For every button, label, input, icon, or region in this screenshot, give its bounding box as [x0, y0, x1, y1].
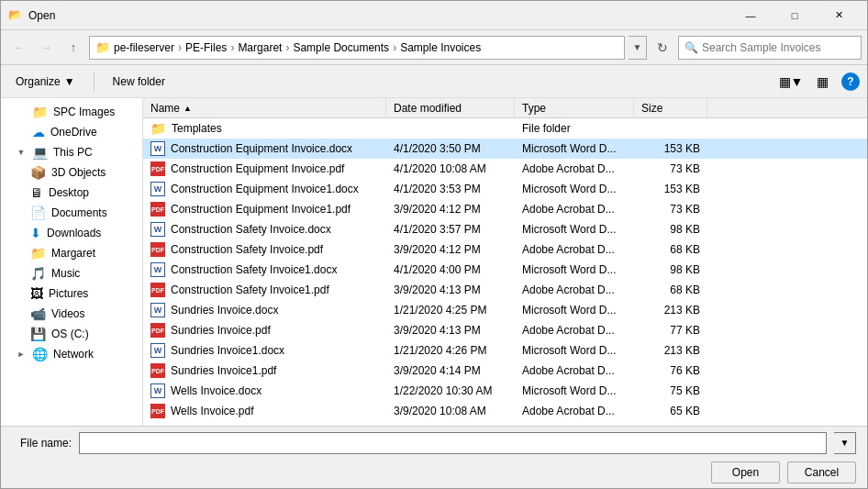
file-type-cell: Adobe Acrobat D...	[515, 239, 634, 260]
table-row[interactable]: W Sundries Invoice.docx 1/21/2020 4:25 P…	[143, 300, 867, 320]
table-row[interactable]: W Wells Invoice.docx 1/22/2020 10:30 AM …	[143, 381, 867, 401]
minimize-button[interactable]: —	[729, 1, 772, 30]
file-name: Wells Invoice.docx	[171, 384, 262, 397]
up-button[interactable]: ↑	[61, 36, 85, 60]
col-header-size[interactable]: Size	[634, 98, 707, 118]
file-type-cell: Microsoft Word D...	[515, 340, 634, 361]
sidebar-item-spc-images[interactable]: 📁 SPC Images	[1, 102, 142, 122]
file-name: Construction Safety Invoice1.pdf	[171, 283, 329, 296]
table-row[interactable]: W Construction Safety Invoice.docx 4/1/2…	[143, 219, 867, 239]
path-dropdown[interactable]: ▼	[629, 36, 647, 60]
path-part-2: PE-Files	[185, 41, 227, 54]
table-row[interactable]: W Construction Safety Invoice1.docx 4/1/…	[143, 260, 867, 280]
table-row[interactable]: 📁 Templates File folder	[143, 118, 867, 139]
file-size-cell: 76 KB	[634, 361, 707, 381]
folder-icon: 🖥	[30, 185, 43, 200]
file-name: Wells Invoice.pdf	[171, 405, 254, 417]
expand-icon	[16, 106, 27, 117]
sidebar-item-this-pc[interactable]: ▼ 💻 This PC	[1, 142, 142, 162]
file-rows: 📁 Templates File folder W Construction E…	[143, 118, 867, 426]
table-row[interactable]: W Construction Equipment Invoice1.docx 4…	[143, 179, 867, 199]
view-options-button[interactable]: ▦▼	[779, 70, 803, 94]
sidebar-item-os-c[interactable]: 💾 OS (C:)	[1, 324, 142, 344]
new-folder-label: New folder	[113, 75, 165, 88]
back-button[interactable]: ←	[6, 36, 30, 60]
file-type-cell: Microsoft Word D...	[515, 260, 634, 280]
bottom-area: File name: ▼ Open Cancel	[1, 426, 867, 488]
file-type-cell: Adobe Acrobat D...	[515, 199, 634, 219]
pdf-icon: PDF	[150, 363, 165, 378]
sidebar-label: This PC	[53, 146, 93, 159]
address-path-box[interactable]: 📁 pe-fileserver › PE-Files › Margaret › …	[89, 36, 625, 60]
file-type-cell: Adobe Acrobat D...	[515, 401, 634, 421]
file-date-cell: 3/9/2020 10:08 AM	[386, 401, 515, 421]
open-dialog: 📂 Open — □ ✕ ← → ↑ 📁 pe-fileserver › PE-…	[0, 0, 868, 489]
toolbar: Organize ▼ New folder ▦▼ ▦ ?	[1, 65, 867, 98]
folder-icon: 📁	[30, 246, 46, 261]
network-icon: 🌐	[32, 347, 48, 361]
table-row[interactable]: PDF Wells Invoice.pdf 3/9/2020 10:08 AM …	[143, 401, 867, 421]
sidebar-item-pictures[interactable]: 🖼 Pictures	[1, 283, 142, 304]
file-name: Sundries Invoice1.docx	[171, 344, 284, 357]
sidebar-item-margaret[interactable]: 📁 Margaret	[1, 243, 142, 263]
file-date-cell: 3/9/2020 4:13 PM	[386, 280, 515, 300]
col-header-name[interactable]: Name ▲	[143, 98, 386, 118]
table-row[interactable]: W Sundries Invoice1.docx 1/21/2020 4:26 …	[143, 340, 867, 361]
new-folder-button[interactable]: New folder	[106, 70, 172, 94]
word-icon: W	[150, 182, 165, 196]
refresh-button[interactable]: ↻	[651, 36, 674, 60]
sidebar-label: Downloads	[47, 227, 101, 239]
file-type-cell: Microsoft Word D...	[515, 179, 634, 199]
sidebar-label: Network	[53, 348, 94, 361]
table-row[interactable]: PDF Construction Safety Invoice1.pdf 3/9…	[143, 280, 867, 300]
sidebar-label: 3D Objects	[51, 166, 106, 179]
table-row[interactable]: PDF Sundries Invoice1.pdf 3/9/2020 4:14 …	[143, 361, 867, 381]
col-header-type[interactable]: Type	[515, 98, 634, 118]
maximize-button[interactable]: □	[773, 1, 816, 30]
table-row[interactable]: PDF Construction Equipment Invoice.pdf 4…	[143, 159, 867, 179]
close-button[interactable]: ✕	[818, 1, 860, 30]
cloud-icon: ☁	[32, 125, 45, 139]
search-box[interactable]: 🔍	[678, 36, 862, 60]
pdf-icon: PDF	[150, 242, 165, 257]
forward-button[interactable]: →	[34, 36, 58, 60]
file-date-cell	[386, 118, 515, 139]
dialog-icon: 📂	[8, 8, 23, 23]
expand-icon: ▼	[16, 147, 27, 158]
table-row[interactable]: W Construction Equipment Invoice.docx 4/…	[143, 139, 867, 159]
table-row[interactable]: PDF Construction Equipment Invoice1.pdf …	[143, 199, 867, 219]
file-date-cell: 3/9/2020 4:13 PM	[386, 320, 515, 340]
sidebar-item-videos[interactable]: 📹 Videos	[1, 304, 142, 324]
videos-icon: 📹	[30, 306, 46, 321]
sidebar-item-documents[interactable]: 📄 Documents	[1, 203, 142, 223]
cancel-button[interactable]: Cancel	[787, 461, 856, 483]
open-button[interactable]: Open	[711, 461, 780, 483]
file-name: Construction Safety Invoice.pdf	[171, 243, 323, 256]
filename-dropdown[interactable]: ▼	[834, 432, 856, 454]
file-size-cell: 153 KB	[634, 179, 707, 199]
col-header-date[interactable]: Date modified	[386, 98, 515, 118]
file-name-cell: PDF Construction Equipment Invoice.pdf	[143, 159, 386, 179]
file-name-cell: W Construction Safety Invoice1.docx	[143, 260, 386, 280]
sidebar: 📁 SPC Images ☁ OneDrive ▼ 💻 This PC 📦 3D…	[1, 98, 143, 426]
sidebar-item-music[interactable]: 🎵 Music	[1, 263, 142, 283]
organize-button[interactable]: Organize ▼	[8, 70, 83, 94]
sidebar-item-onedrive[interactable]: ☁ OneDrive	[1, 122, 142, 142]
filename-input[interactable]	[79, 432, 827, 454]
help-button[interactable]: ?	[841, 72, 860, 91]
file-name: Sundries Invoice1.pdf	[171, 364, 276, 377]
sidebar-item-3d-objects[interactable]: 📦 3D Objects	[1, 162, 142, 183]
search-input[interactable]	[702, 41, 855, 54]
pdf-icon: PDF	[150, 202, 165, 217]
sidebar-item-network[interactable]: ► 🌐 Network	[1, 344, 142, 364]
pdf-icon: PDF	[150, 283, 165, 297]
file-name: Construction Safety Invoice1.docx	[171, 263, 337, 276]
view-toggle-button[interactable]: ▦	[810, 70, 834, 94]
file-date-cell: 1/21/2020 4:25 PM	[386, 300, 515, 320]
sidebar-item-desktop[interactable]: 🖥 Desktop	[1, 183, 142, 203]
table-row[interactable]: PDF Sundries Invoice.pdf 3/9/2020 4:13 P…	[143, 320, 867, 340]
table-row[interactable]: PDF Construction Safety Invoice.pdf 3/9/…	[143, 239, 867, 260]
sidebar-label: OS (C:)	[51, 328, 89, 340]
sidebar-item-downloads[interactable]: ⬇ Downloads	[1, 223, 142, 243]
word-icon: W	[150, 222, 165, 237]
